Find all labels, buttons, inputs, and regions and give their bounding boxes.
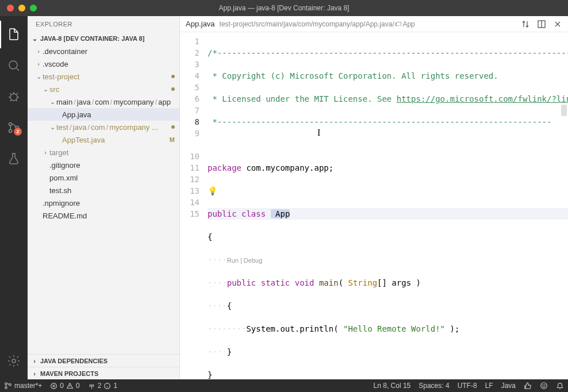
file-apptest-java[interactable]: AppTest.java M	[28, 133, 179, 146]
titlebar: App.java — java-8 [Dev Container: Java 8…	[0, 0, 568, 16]
chevron-down-icon: ⌄	[34, 73, 43, 80]
chevron-right-icon: ›	[30, 370, 39, 377]
settings-activity[interactable]	[0, 347, 28, 375]
section-java-deps[interactable]: › JAVA DEPENDENCIES	[28, 354, 179, 367]
maximize-window-button[interactable]	[30, 5, 37, 11]
file-npmignore[interactable]: .npmignore	[28, 197, 179, 209]
folder-src[interactable]: ⌄ src	[28, 83, 179, 95]
status-encoding[interactable]: UTF-8	[454, 379, 481, 392]
svg-point-8	[5, 387, 7, 389]
error-icon	[50, 382, 57, 390]
file-tree: › .devcontainer › .vscode ⌄ test-project…	[28, 45, 179, 354]
scm-activity[interactable]: 2	[0, 114, 28, 141]
chevron-right-icon: ›	[34, 48, 43, 55]
branch-icon	[4, 382, 12, 390]
status-ports[interactable]: 2 1	[84, 379, 121, 392]
overview-ruler-marker	[561, 105, 567, 116]
chevron-right-icon: ›	[41, 149, 49, 156]
editor-actions	[521, 20, 568, 29]
file-gitignore[interactable]: .gitignore	[28, 159, 179, 171]
section-maven[interactable]: › MAVEN PROJECTS	[28, 367, 179, 379]
compact-path: main/java/com/mycompany/app	[56, 98, 175, 106]
close-window-button[interactable]	[7, 5, 14, 11]
git-modified-dot	[171, 75, 175, 78]
svg-point-13	[541, 383, 547, 389]
svg-point-2	[9, 123, 12, 126]
breadcrumb[interactable]: test-project/src/main/java/com/mycompany…	[220, 20, 516, 28]
chevron-down-icon: ⌄	[48, 98, 56, 106]
chevron-down-icon: ⌄	[48, 124, 56, 131]
files-icon	[7, 28, 21, 41]
gear-icon	[7, 354, 21, 368]
svg-point-15	[544, 385, 545, 385]
folder-vscode[interactable]: › .vscode	[28, 57, 179, 70]
beaker-icon	[7, 152, 21, 166]
explorer-sidebar: EXPLORER ⌄ JAVA-8 [DEV CONTAINER: JAVA 8…	[28, 16, 180, 379]
folder-test-project[interactable]: ⌄ test-project	[28, 70, 179, 83]
folder-devcontainer[interactable]: › .devcontainer	[28, 45, 179, 57]
compact-path: test/java/com/mycompany ...	[56, 123, 171, 132]
svg-point-5	[12, 359, 16, 363]
horizontal-scrollbar[interactable]	[235, 372, 283, 379]
window-title: App.java — java-8 [Dev Container: Java 8…	[219, 4, 350, 12]
search-activity[interactable]	[0, 52, 28, 79]
explorer-activity[interactable]	[0, 21, 28, 48]
git-modified-badge: M	[170, 136, 175, 143]
status-cursor-pos[interactable]: Ln 8, Col 15	[370, 379, 415, 392]
svg-point-7	[5, 383, 7, 385]
chevron-down-icon: ⌄	[41, 86, 49, 93]
status-eol[interactable]: LF	[481, 379, 497, 392]
git-modified-dot	[171, 87, 175, 91]
code-content[interactable]: /*--------------------------------------…	[208, 32, 568, 379]
svg-point-11	[91, 385, 92, 386]
info-icon	[103, 382, 111, 390]
status-language[interactable]: Java	[497, 379, 520, 392]
svg-point-0	[9, 61, 17, 69]
debug-activity[interactable]	[0, 83, 28, 110]
bug-icon	[7, 90, 21, 103]
warning-icon	[66, 382, 74, 390]
svg-point-3	[9, 130, 12, 133]
lightbulb-icon[interactable]: 💡	[208, 186, 217, 195]
svg-point-1	[10, 94, 17, 101]
file-test-sh[interactable]: test.sh	[28, 184, 179, 197]
status-feedback-icon[interactable]	[536, 379, 552, 392]
file-readme[interactable]: README.md	[28, 209, 179, 222]
folder-target[interactable]: › target	[28, 146, 179, 159]
chevron-right-icon: ›	[34, 60, 43, 67]
status-bell-icon[interactable]	[552, 379, 568, 392]
status-problems[interactable]: 0 0	[46, 379, 83, 392]
minimize-window-button[interactable]	[18, 5, 25, 11]
editor-tabbar: App.java test-project/src/main/java/com/…	[180, 16, 568, 32]
file-app-java[interactable]: App.java	[28, 108, 179, 121]
status-indent[interactable]: Spaces: 4	[415, 379, 453, 392]
codelens-run-debug[interactable]: Run | Debug	[227, 257, 263, 264]
svg-point-14	[543, 385, 543, 385]
workspace-name: JAVA-8 [DEV CONTAINER: JAVA 8]	[40, 35, 144, 42]
search-icon	[7, 59, 21, 72]
text-cursor: I	[317, 127, 318, 137]
file-pom-xml[interactable]: pom.xml	[28, 171, 179, 184]
radio-tower-icon	[88, 382, 95, 390]
git-modified-dot	[171, 125, 175, 129]
activity-bar: 2	[0, 16, 28, 379]
split-editor-icon[interactable]	[537, 20, 546, 29]
test-activity[interactable]	[0, 145, 28, 172]
scm-badge: 2	[14, 128, 22, 136]
editor-area: App.java test-project/src/main/java/com/…	[180, 16, 568, 379]
editor-tab[interactable]: App.java	[186, 20, 215, 28]
chevron-right-icon: ›	[30, 358, 39, 364]
code-editor[interactable]: 123456789101112131415 /*----------------…	[180, 32, 568, 379]
compare-icon[interactable]	[521, 20, 530, 29]
line-gutter: 123456789101112131415	[180, 32, 208, 379]
workspace-header[interactable]: ⌄ JAVA-8 [DEV CONTAINER: JAVA 8]	[28, 32, 179, 45]
folder-main-path[interactable]: ⌄ main/java/com/mycompany/app	[28, 95, 179, 108]
window-controls	[0, 5, 37, 11]
sidebar-footer: › JAVA DEPENDENCIES › MAVEN PROJECTS	[28, 354, 179, 379]
close-editor-icon[interactable]	[553, 20, 562, 29]
folder-test-path[interactable]: ⌄ test/java/com/mycompany ...	[28, 121, 179, 133]
chevron-down-icon: ⌄	[30, 35, 39, 43]
status-thumbs-up-icon[interactable]	[520, 379, 536, 392]
status-branch[interactable]: master*+	[0, 379, 46, 392]
status-bar: master*+ 0 0 2 1 Ln 8, Col 15 Spaces: 4 …	[0, 379, 568, 392]
